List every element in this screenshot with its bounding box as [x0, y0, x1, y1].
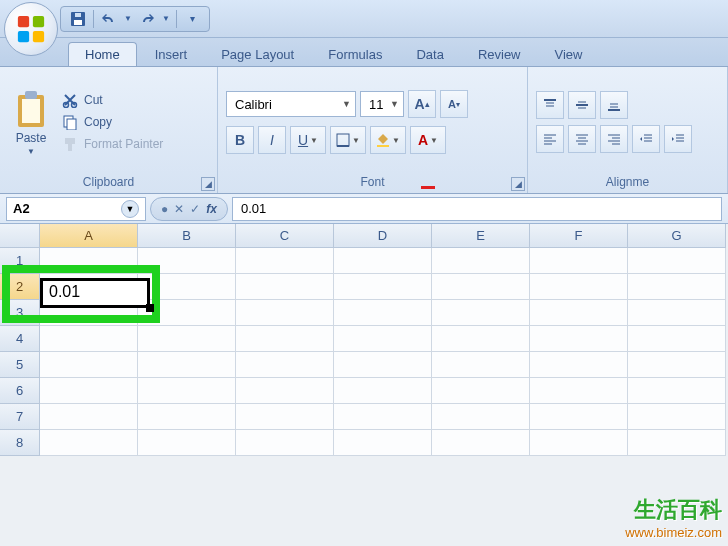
- active-cell[interactable]: 0.01: [40, 278, 150, 308]
- row-header[interactable]: 4: [0, 326, 40, 352]
- col-header-d[interactable]: D: [334, 224, 432, 248]
- cell[interactable]: [432, 404, 530, 430]
- formula-dropdown-icon[interactable]: ●: [161, 202, 168, 216]
- cut-button[interactable]: Cut: [62, 92, 163, 108]
- cell[interactable]: [334, 404, 432, 430]
- col-header-a[interactable]: A: [40, 224, 138, 248]
- cancel-formula-button[interactable]: ✕: [174, 202, 184, 216]
- cell[interactable]: [138, 274, 236, 300]
- bold-button[interactable]: B: [226, 126, 254, 154]
- cell[interactable]: [334, 378, 432, 404]
- row-header[interactable]: 5: [0, 352, 40, 378]
- redo-button[interactable]: [136, 9, 158, 29]
- cell[interactable]: [432, 430, 530, 456]
- font-launcher[interactable]: ◢: [511, 177, 525, 191]
- cell[interactable]: [530, 430, 628, 456]
- row-header[interactable]: 7: [0, 404, 40, 430]
- col-header-g[interactable]: G: [628, 224, 726, 248]
- cell[interactable]: [236, 274, 334, 300]
- cell[interactable]: [40, 404, 138, 430]
- cell[interactable]: [138, 430, 236, 456]
- row-header[interactable]: 1: [0, 248, 40, 274]
- row-header[interactable]: 6: [0, 378, 40, 404]
- fill-color-button[interactable]: ▼: [370, 126, 406, 154]
- col-header-e[interactable]: E: [432, 224, 530, 248]
- col-header-f[interactable]: F: [530, 224, 628, 248]
- cell[interactable]: [334, 274, 432, 300]
- align-center-button[interactable]: [568, 125, 596, 153]
- increase-indent-button[interactable]: [664, 125, 692, 153]
- paste-button[interactable]: Paste ▼: [8, 71, 54, 173]
- enter-formula-button[interactable]: ✓: [190, 202, 200, 216]
- cell[interactable]: [432, 274, 530, 300]
- italic-button[interactable]: I: [258, 126, 286, 154]
- grow-font-button[interactable]: A▴: [408, 90, 436, 118]
- cell[interactable]: [530, 300, 628, 326]
- align-right-button[interactable]: [600, 125, 628, 153]
- cell[interactable]: [628, 248, 726, 274]
- cell[interactable]: [530, 274, 628, 300]
- cell[interactable]: [628, 326, 726, 352]
- cell[interactable]: [530, 326, 628, 352]
- cell[interactable]: [530, 378, 628, 404]
- cell[interactable]: [628, 274, 726, 300]
- cell[interactable]: [334, 326, 432, 352]
- cell[interactable]: [334, 430, 432, 456]
- cell[interactable]: [628, 404, 726, 430]
- cell[interactable]: [236, 378, 334, 404]
- cell[interactable]: [628, 430, 726, 456]
- col-header-c[interactable]: C: [236, 224, 334, 248]
- align-top-button[interactable]: [536, 91, 564, 119]
- copy-button[interactable]: Copy: [62, 114, 163, 130]
- cell[interactable]: [40, 378, 138, 404]
- undo-dropdown[interactable]: ▼: [122, 9, 134, 29]
- formula-input[interactable]: 0.01: [232, 197, 722, 221]
- format-painter-button[interactable]: Format Painter: [62, 136, 163, 152]
- cell[interactable]: [236, 326, 334, 352]
- row-header[interactable]: 8: [0, 430, 40, 456]
- cell[interactable]: [40, 352, 138, 378]
- cell[interactable]: [628, 378, 726, 404]
- align-middle-button[interactable]: [568, 91, 596, 119]
- fill-handle[interactable]: [146, 304, 154, 312]
- cell[interactable]: [138, 404, 236, 430]
- font-color-button[interactable]: A ▼: [410, 126, 446, 154]
- save-button[interactable]: [67, 9, 89, 29]
- cell[interactable]: [432, 378, 530, 404]
- tab-home[interactable]: Home: [68, 42, 137, 66]
- font-name-combo[interactable]: Calibri ▼: [226, 91, 356, 117]
- align-left-button[interactable]: [536, 125, 564, 153]
- name-box-dropdown[interactable]: ▼: [121, 200, 139, 218]
- align-bottom-button[interactable]: [600, 91, 628, 119]
- name-box[interactable]: A2 ▼: [6, 197, 146, 221]
- cell[interactable]: [432, 352, 530, 378]
- cell[interactable]: [40, 326, 138, 352]
- cell[interactable]: [530, 352, 628, 378]
- insert-function-button[interactable]: fx: [206, 202, 217, 216]
- redo-dropdown[interactable]: ▼: [160, 9, 172, 29]
- office-button[interactable]: [4, 2, 58, 56]
- row-header[interactable]: 2: [0, 274, 40, 300]
- cell[interactable]: [236, 430, 334, 456]
- cell[interactable]: [530, 248, 628, 274]
- tab-view[interactable]: View: [539, 43, 599, 66]
- cell[interactable]: [138, 352, 236, 378]
- tab-review[interactable]: Review: [462, 43, 537, 66]
- clipboard-launcher[interactable]: ◢: [201, 177, 215, 191]
- cell[interactable]: [236, 248, 334, 274]
- cell[interactable]: [628, 300, 726, 326]
- cell[interactable]: [40, 430, 138, 456]
- cell[interactable]: [236, 404, 334, 430]
- undo-button[interactable]: [98, 9, 120, 29]
- cell[interactable]: [432, 300, 530, 326]
- shrink-font-button[interactable]: A▾: [440, 90, 468, 118]
- select-all-corner[interactable]: [0, 224, 40, 248]
- cell[interactable]: [40, 248, 138, 274]
- cell[interactable]: [138, 326, 236, 352]
- qat-customize[interactable]: ▾: [181, 9, 203, 29]
- cell[interactable]: [138, 248, 236, 274]
- cell[interactable]: [236, 300, 334, 326]
- font-size-combo[interactable]: 11 ▼: [360, 91, 404, 117]
- decrease-indent-button[interactable]: [632, 125, 660, 153]
- tab-data[interactable]: Data: [400, 43, 459, 66]
